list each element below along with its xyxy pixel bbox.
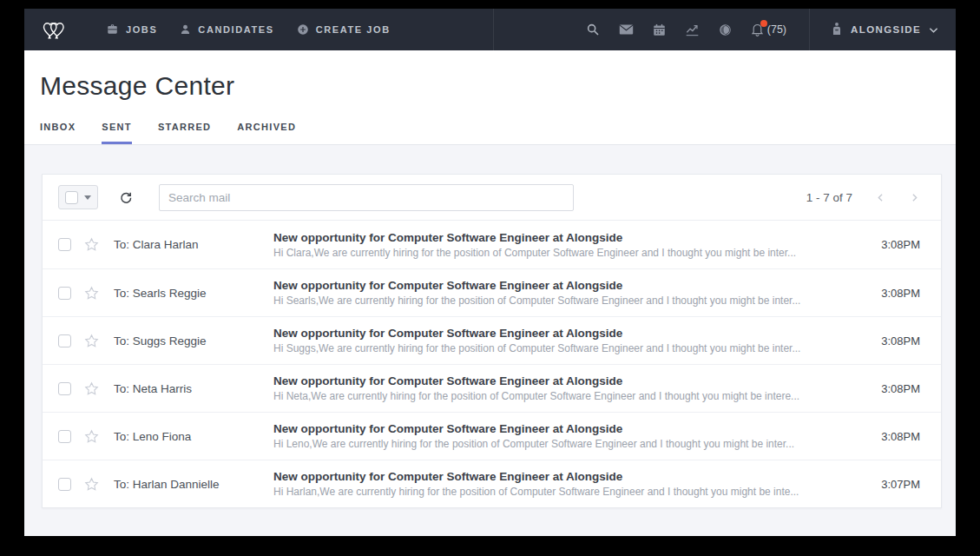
message-subject: New opportunity for Computer Software En… [273, 279, 849, 292]
message-row[interactable]: To: Leno Fiona New opportunity for Compu… [43, 412, 941, 460]
search-icon[interactable] [586, 23, 600, 36]
tab-archived[interactable]: ARCHIVED [237, 122, 296, 144]
message-time: 3:08PM [870, 287, 920, 300]
prev-page-icon[interactable] [875, 192, 886, 203]
nav-label-candidates: CANDIDATES [198, 24, 273, 35]
message-content: New opportunity for Computer Software En… [273, 231, 870, 259]
nav-label-jobs: JOBS [126, 24, 157, 35]
chart-icon[interactable] [685, 23, 700, 36]
message-time: 3:08PM [870, 334, 920, 348]
star-icon[interactable] [84, 286, 99, 301]
message-subject: New opportunity for Computer Software En… [273, 422, 849, 435]
page-title: Message Center [40, 71, 956, 101]
star-icon[interactable] [84, 477, 99, 492]
search-mail-box [159, 184, 574, 211]
recipient: To: Suggs Reggie [114, 334, 273, 348]
calendar-icon[interactable] [653, 23, 666, 36]
primary-nav: JOBS CANDIDATES CREATE J [106, 23, 391, 36]
message-subject: New opportunity for Computer Software En… [273, 374, 849, 387]
navbar-icon-strip: (75) [586, 23, 786, 36]
message-preview: Hi Clara,We are currently hiring for the… [273, 247, 849, 259]
message-content: New opportunity for Computer Software En… [273, 279, 870, 307]
search-mail-input[interactable] [160, 185, 573, 210]
recipient: To: Leno Fiona [114, 430, 273, 443]
mailbox-tabs: INBOX SENT STARRED ARCHIVED [40, 122, 956, 144]
nav-item-create-job[interactable]: CREATE JOB [297, 23, 391, 36]
message-list: To: Clara Harlan New opportunity for Com… [43, 221, 941, 507]
row-checkbox[interactable] [58, 478, 71, 491]
nav-label-create-job: CREATE JOB [316, 24, 391, 35]
person-icon [180, 23, 191, 36]
message-content: New opportunity for Computer Software En… [273, 374, 870, 402]
message-subject: New opportunity for Computer Software En… [273, 231, 849, 244]
star-icon[interactable] [84, 334, 99, 348]
select-all-checkbox[interactable] [65, 191, 78, 204]
mail-list-card: 1 - 7 of 7 To: Clara Harlan [42, 174, 942, 508]
tab-inbox[interactable]: INBOX [40, 122, 76, 144]
nav-item-candidates[interactable]: CANDIDATES [180, 23, 273, 36]
message-preview: Hi Searls,We are currently hiring for th… [273, 295, 849, 307]
message-subject: New opportunity for Computer Software En… [273, 470, 849, 483]
message-row[interactable]: To: Clara Harlan New opportunity for Com… [43, 221, 941, 268]
notification-count: (75) [767, 23, 786, 36]
message-row[interactable]: To: Suggs Reggie New opportunity for Com… [43, 316, 941, 364]
account-label: ALONGSIDE [851, 24, 921, 35]
envelope-icon[interactable] [619, 23, 634, 36]
recipient: To: Neta Harris [114, 382, 273, 395]
refresh-icon[interactable] [119, 190, 133, 204]
message-row[interactable]: To: Neta Harris New opportunity for Comp… [43, 364, 941, 412]
bell-icon [751, 23, 764, 36]
alongside-logo-icon[interactable] [40, 17, 71, 43]
select-all-dropdown[interactable] [58, 185, 98, 209]
tab-starred[interactable]: STARRED [158, 122, 211, 144]
chevron-down-icon [929, 22, 938, 37]
message-preview: Hi Suggs,We are currently hiring for the… [273, 342, 849, 354]
message-preview: Hi Neta,We are currently hiring for the … [273, 390, 849, 402]
star-icon[interactable] [84, 429, 99, 444]
plus-circle-icon [297, 23, 309, 36]
recipient: To: Clara Harlan [114, 238, 273, 251]
page-header: Message Center INBOX SENT STARRED ARCHIV… [24, 50, 956, 145]
recipient: To: Harlan Dannielle [114, 478, 273, 491]
notifications-button[interactable]: (75) [751, 23, 786, 36]
mail-toolbar: 1 - 7 of 7 [43, 175, 941, 221]
message-content: New opportunity for Computer Software En… [273, 470, 870, 498]
row-checkbox[interactable] [58, 238, 71, 251]
app-window: JOBS CANDIDATES CREATE J [24, 9, 956, 536]
top-navbar: JOBS CANDIDATES CREATE J [24, 9, 956, 50]
pagination-range: 1 - 7 of 7 [806, 191, 852, 204]
message-row[interactable]: To: Searls Reggie New opportunity for Co… [43, 268, 941, 316]
message-time: 3:08PM [870, 382, 920, 395]
next-page-icon[interactable] [909, 192, 920, 203]
recipient: To: Searls Reggie [114, 287, 273, 300]
caret-down-icon [84, 195, 91, 200]
notification-dot [760, 20, 767, 27]
message-content: New opportunity for Computer Software En… [273, 422, 870, 450]
message-time: 3:07PM [870, 478, 920, 491]
globe-icon[interactable] [719, 23, 732, 36]
row-checkbox[interactable] [58, 334, 71, 348]
message-subject: New opportunity for Computer Software En… [273, 327, 849, 340]
row-checkbox[interactable] [58, 287, 71, 300]
message-time: 3:08PM [870, 238, 920, 251]
briefcase-icon [106, 23, 119, 36]
message-preview: Hi Harlan,We are currently hiring for th… [273, 486, 849, 498]
message-content: New opportunity for Computer Software En… [273, 327, 870, 354]
row-checkbox[interactable] [58, 430, 71, 443]
navbar-divider [493, 9, 494, 50]
star-icon[interactable] [84, 381, 99, 396]
nav-item-jobs[interactable]: JOBS [106, 23, 157, 36]
account-icon [831, 22, 843, 38]
message-row[interactable]: To: Harlan Dannielle New opportunity for… [43, 460, 941, 507]
star-icon[interactable] [84, 237, 99, 252]
message-preview: Hi Leno,We are currently hiring for the … [273, 438, 849, 450]
message-time: 3:08PM [870, 430, 920, 443]
tab-sent[interactable]: SENT [102, 122, 132, 144]
account-menu[interactable]: ALONGSIDE [810, 22, 938, 38]
row-checkbox[interactable] [58, 382, 71, 395]
pagination: 1 - 7 of 7 [806, 191, 920, 204]
